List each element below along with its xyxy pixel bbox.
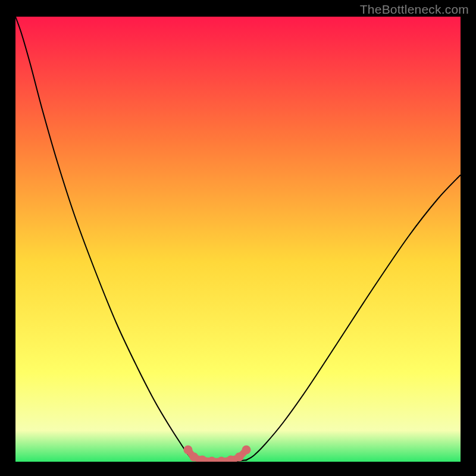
gradient-background bbox=[15, 17, 461, 462]
valley-marker-dot bbox=[190, 453, 199, 462]
chart-frame: TheBottleneck.com bbox=[0, 0, 476, 476]
valley-marker-dot bbox=[235, 453, 244, 462]
chart-svg bbox=[15, 17, 461, 462]
plot-area bbox=[15, 17, 461, 462]
watermark-text: TheBottleneck.com bbox=[360, 2, 469, 17]
valley-marker-dot bbox=[242, 446, 251, 455]
valley-marker-dot bbox=[184, 446, 193, 455]
